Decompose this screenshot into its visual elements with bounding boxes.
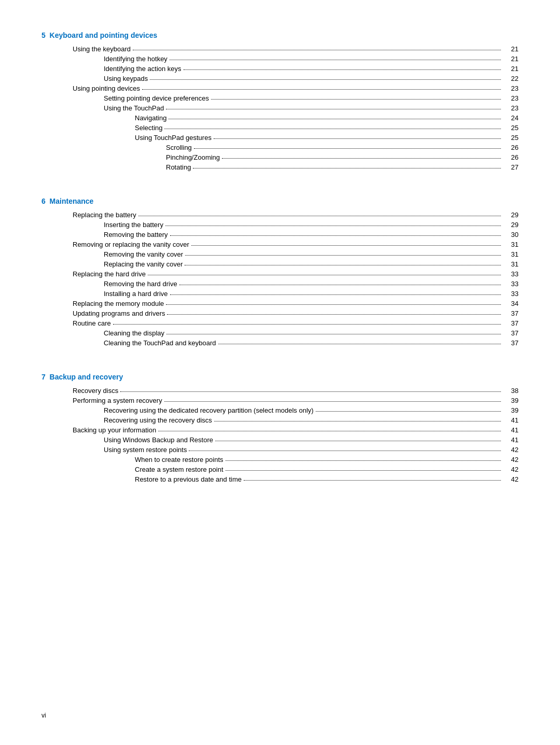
- toc-dots: [133, 44, 501, 50]
- toc-entry-label: Removing the vanity cover: [41, 250, 183, 258]
- toc-row: Navigating24: [41, 114, 519, 122]
- section-number: 5: [41, 31, 46, 39]
- toc-row: Setting pointing device preferences23: [41, 94, 519, 102]
- toc-row: Using Windows Backup and Restore41: [41, 435, 519, 444]
- toc-entry-label: When to create restore points: [41, 456, 223, 463]
- section-title: Backup and recovery: [50, 373, 123, 381]
- toc-dots: [184, 63, 501, 70]
- toc-page-number: 39: [503, 406, 519, 414]
- toc-row: Selecting25: [41, 123, 519, 132]
- toc-dots: [222, 152, 501, 159]
- toc-page-number: 21: [503, 55, 519, 63]
- toc-entry-label: Navigating: [41, 114, 166, 122]
- toc-row: Installing a hard drive33: [41, 289, 519, 298]
- toc-dots: [189, 444, 501, 451]
- toc-row: Using TouchPad gestures25: [41, 133, 519, 142]
- toc-dots: [185, 259, 501, 265]
- section-number: 7: [41, 373, 46, 381]
- toc-page-number: 26: [503, 144, 519, 151]
- toc-page-number: 33: [503, 290, 519, 298]
- toc-entry-label: Inserting the battery: [41, 221, 163, 229]
- toc-row: Removing the battery30: [41, 230, 519, 238]
- toc-entry-label: Performing a system recovery: [41, 397, 162, 404]
- toc-entry-label: Using pointing devices: [41, 85, 140, 92]
- toc-entry-label: Identifying the action keys: [41, 65, 181, 73]
- toc-row: Rotating27: [41, 163, 519, 171]
- toc-page-number: 25: [503, 124, 519, 132]
- toc-page-number: 25: [503, 134, 519, 142]
- toc-entry-label: Using the keyboard: [41, 45, 131, 53]
- toc-page-number: 27: [503, 163, 519, 171]
- toc-row: Replacing the hard drive33: [41, 270, 519, 278]
- toc-entry-label: Rotating: [41, 163, 191, 171]
- toc-dots: [148, 269, 501, 275]
- toc-dots: [170, 288, 501, 295]
- toc-page-number: 42: [503, 446, 519, 454]
- toc-dots: [226, 464, 501, 471]
- toc-entry-label: Using system restore points: [41, 446, 187, 454]
- toc-entry-label: Replacing the battery: [41, 211, 136, 219]
- toc-entry-label: Selecting: [41, 124, 162, 132]
- section-title: Maintenance: [50, 197, 94, 205]
- toc-page-number: 23: [503, 94, 519, 102]
- toc-page-number: 33: [503, 280, 519, 288]
- toc-page-number: 31: [503, 250, 519, 258]
- toc-page-number: 42: [503, 456, 519, 463]
- toc-page-number: 29: [503, 221, 519, 229]
- toc-dots: [218, 338, 501, 344]
- toc-page-number: 29: [503, 211, 519, 219]
- toc-page-number: 38: [503, 387, 519, 395]
- toc-page-number: 30: [503, 231, 519, 238]
- page-footer: vi: [41, 712, 46, 719]
- toc-dots: [166, 328, 501, 334]
- toc-row: Removing the hard drive33: [41, 279, 519, 288]
- toc-row: Inserting the battery29: [41, 220, 519, 229]
- toc-entry-label: Removing the hard drive: [41, 280, 177, 288]
- toc-dots: [113, 318, 501, 325]
- toc-row: Cleaning the display37: [41, 329, 519, 337]
- toc-entry-label: Replacing the memory module: [41, 300, 164, 307]
- toc-dots: [193, 162, 501, 168]
- toc-row: Replacing the vanity cover31: [41, 260, 519, 268]
- toc-page-number: 41: [503, 416, 519, 424]
- section-header-5: 5 Keyboard and pointing devices: [41, 31, 519, 39]
- toc-content: 5 Keyboard and pointing devicesUsing the…: [41, 31, 519, 483]
- toc-page-number: 21: [503, 65, 519, 73]
- toc-entry-label: Updating programs and drivers: [41, 310, 165, 317]
- toc-dots: [194, 142, 501, 149]
- toc-dots: [226, 454, 501, 461]
- toc-row: Removing the vanity cover31: [41, 250, 519, 258]
- toc-page-number: 37: [503, 329, 519, 337]
- toc-entry-label: Using TouchPad gestures: [41, 134, 212, 142]
- section-header-7: 7 Backup and recovery: [41, 373, 519, 381]
- toc-entry-label: Installing a hard drive: [41, 290, 168, 298]
- toc-page-number: 37: [503, 319, 519, 327]
- toc-row: Identifying the action keys21: [41, 64, 519, 73]
- toc-entry-label: Routine care: [41, 319, 111, 327]
- toc-row: Replacing the battery29: [41, 210, 519, 219]
- toc-row: Scrolling26: [41, 143, 519, 151]
- toc-page-number: 31: [503, 260, 519, 268]
- toc-page-number: 21: [503, 45, 519, 53]
- toc-page-number: 26: [503, 153, 519, 161]
- toc-dots: [158, 425, 501, 431]
- toc-row: Recovery discs38: [41, 386, 519, 395]
- section-number: 6: [41, 197, 46, 205]
- toc-entry-label: Scrolling: [41, 144, 192, 151]
- toc-entry-label: Removing the battery: [41, 231, 168, 238]
- toc-entry-label: Removing or replacing the vanity cover: [41, 241, 189, 248]
- toc-row: Restore to a previous date and time42: [41, 475, 519, 483]
- toc-entry-label: Recovering using the dedicated recovery …: [41, 406, 314, 414]
- toc-row: Recovering using the recovery discs41: [41, 416, 519, 424]
- toc-row: Using keypads22: [41, 74, 519, 82]
- toc-entry-label: Replacing the vanity cover: [41, 260, 183, 268]
- toc-row: Identifying the hotkey21: [41, 54, 519, 63]
- toc-entry-label: Create a system restore point: [41, 466, 223, 473]
- toc-row: Create a system restore point42: [41, 465, 519, 473]
- toc-row: Using system restore points42: [41, 445, 519, 454]
- toc-entry-label: Recovery discs: [41, 387, 118, 395]
- toc-dots: [142, 83, 501, 90]
- toc-row: Updating programs and drivers37: [41, 309, 519, 317]
- toc-dots: [167, 308, 501, 315]
- toc-row: Backing up your information41: [41, 426, 519, 434]
